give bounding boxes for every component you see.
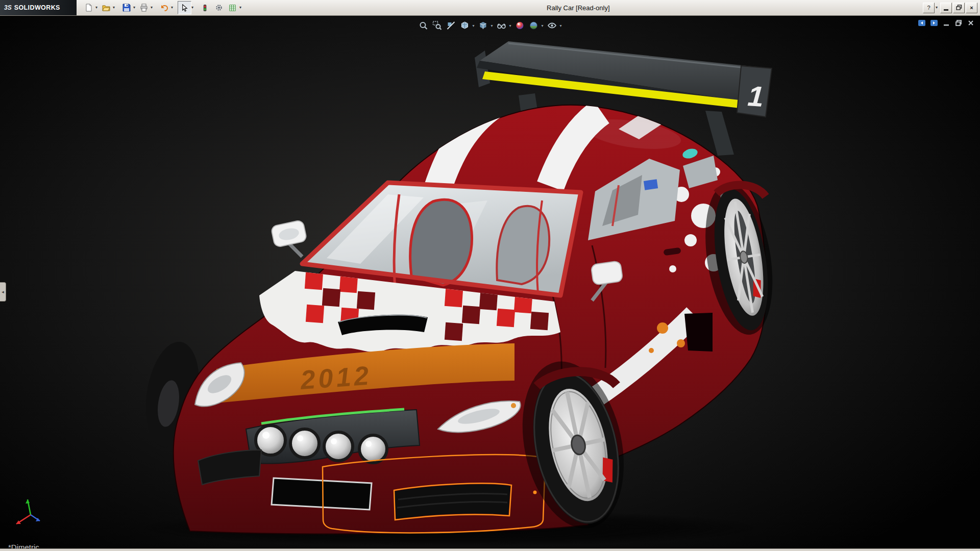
document-window-controls bbox=[917, 19, 975, 27]
pane-right-icon bbox=[930, 19, 938, 27]
display-style-button[interactable] bbox=[477, 20, 489, 31]
rebuild-button[interactable] bbox=[198, 1, 212, 14]
race-number: 1 bbox=[747, 80, 765, 113]
view-settings-button[interactable] bbox=[546, 20, 558, 31]
open-button[interactable] bbox=[99, 1, 113, 14]
selection-handle[interactable] bbox=[533, 491, 537, 494]
graphics-area[interactable]: 1 bbox=[0, 16, 980, 548]
doc-restore-icon bbox=[954, 19, 963, 27]
panel-collapse-tab[interactable]: ◂ bbox=[0, 282, 6, 302]
minimize-button[interactable] bbox=[940, 3, 952, 13]
doc-minimize-button[interactable] bbox=[942, 19, 950, 27]
select-tool-button[interactable] bbox=[178, 1, 191, 14]
glasses-icon bbox=[497, 21, 506, 30]
zoom-to-area-button[interactable] bbox=[431, 20, 443, 31]
open-caret[interactable]: ▾ bbox=[113, 6, 115, 10]
undo-button[interactable] bbox=[157, 1, 171, 14]
3d-viewport[interactable]: 1 bbox=[0, 16, 980, 548]
doc-close-button[interactable] bbox=[966, 19, 975, 27]
edit-appearance-button[interactable] bbox=[514, 20, 526, 31]
year-decal: 2012 bbox=[299, 360, 373, 395]
window-controls: ? ▾ × bbox=[923, 3, 980, 13]
select-caret[interactable]: ▾ bbox=[191, 6, 193, 10]
display-style-caret[interactable]: ▾ bbox=[491, 23, 493, 28]
new-document-icon bbox=[85, 4, 93, 12]
restore-button[interactable] bbox=[953, 3, 965, 13]
undo-icon bbox=[160, 4, 168, 12]
bottom-strip bbox=[0, 548, 980, 551]
print-icon bbox=[140, 4, 148, 12]
main-toolbar: ▾ ▾ ▾ ▾ ▾ ▾ bbox=[82, 1, 243, 14]
appearance-ball-icon bbox=[516, 21, 525, 30]
license-plate bbox=[272, 478, 372, 510]
brand-name: SOLIDWORKS bbox=[14, 4, 60, 11]
save-caret[interactable]: ▾ bbox=[133, 6, 135, 10]
restore-icon bbox=[956, 5, 962, 11]
help-caret[interactable]: ▾ bbox=[936, 6, 938, 10]
save-icon bbox=[122, 4, 131, 12]
display-style-icon bbox=[478, 21, 487, 30]
solidworks-window: 3S SOLIDWORKS ▾ ▾ ▾ ▾ ▾ ▾ bbox=[0, 0, 980, 551]
table-grid-icon bbox=[229, 4, 236, 12]
driver-seat bbox=[410, 199, 472, 285]
close-button[interactable]: × bbox=[966, 3, 977, 13]
side-vent bbox=[684, 313, 713, 352]
zoom-to-fit-icon bbox=[419, 21, 428, 30]
eye-icon bbox=[548, 21, 557, 30]
file-properties-caret[interactable]: ▾ bbox=[239, 6, 241, 10]
pane-left-icon bbox=[918, 19, 926, 27]
doc-close-icon bbox=[967, 19, 975, 27]
window-title: Rally Car [Read-only] bbox=[547, 4, 610, 12]
hide-show-items-button[interactable] bbox=[495, 20, 507, 31]
new-document-button[interactable] bbox=[82, 1, 95, 14]
orientation-triad bbox=[10, 494, 51, 531]
minimize-icon bbox=[944, 9, 948, 11]
file-properties-button[interactable] bbox=[226, 1, 239, 14]
hide-show-caret[interactable]: ▾ bbox=[509, 23, 511, 28]
doc-restore-button[interactable] bbox=[954, 19, 963, 27]
section-view-button[interactable] bbox=[445, 20, 457, 31]
view-cube-icon bbox=[460, 21, 469, 30]
solidworks-logo: 3S SOLIDWORKS bbox=[0, 0, 77, 15]
headsup-toolbar: ▾ ▾ ▾ ▾ ▾ bbox=[417, 20, 562, 31]
scene-ball-icon bbox=[529, 21, 538, 30]
view-settings-caret[interactable]: ▾ bbox=[560, 23, 562, 28]
section-view-icon bbox=[446, 21, 455, 30]
view-orientation-caret[interactable]: ▾ bbox=[472, 23, 474, 28]
zoom-to-fit-button[interactable] bbox=[417, 20, 429, 31]
view-orientation-label: *Dimetric bbox=[8, 543, 39, 548]
save-button[interactable] bbox=[119, 1, 133, 14]
gear-icon bbox=[215, 4, 223, 12]
rebuild-traffic-light-icon bbox=[201, 4, 209, 12]
print-button[interactable] bbox=[137, 1, 151, 14]
new-caret[interactable]: ▾ bbox=[95, 6, 97, 10]
zoom-to-area-icon bbox=[432, 21, 442, 30]
help-button[interactable]: ? bbox=[923, 3, 935, 13]
view-orientation-button[interactable] bbox=[458, 20, 471, 31]
show-feature-pane-button[interactable] bbox=[917, 19, 926, 27]
doc-minimize-icon bbox=[942, 19, 950, 27]
options-button[interactable] bbox=[212, 1, 226, 14]
print-caret[interactable]: ▾ bbox=[151, 6, 153, 10]
apply-scene-caret[interactable]: ▾ bbox=[542, 23, 544, 28]
undo-caret[interactable]: ▾ bbox=[171, 6, 173, 10]
show-display-pane-button[interactable] bbox=[929, 19, 938, 27]
apply-scene-button[interactable] bbox=[528, 20, 540, 31]
select-cursor-icon bbox=[181, 4, 188, 12]
3ds-logo-mark: 3S bbox=[4, 4, 12, 11]
open-folder-icon bbox=[102, 4, 110, 12]
titlebar: 3S SOLIDWORKS ▾ ▾ ▾ ▾ ▾ ▾ bbox=[0, 0, 980, 16]
